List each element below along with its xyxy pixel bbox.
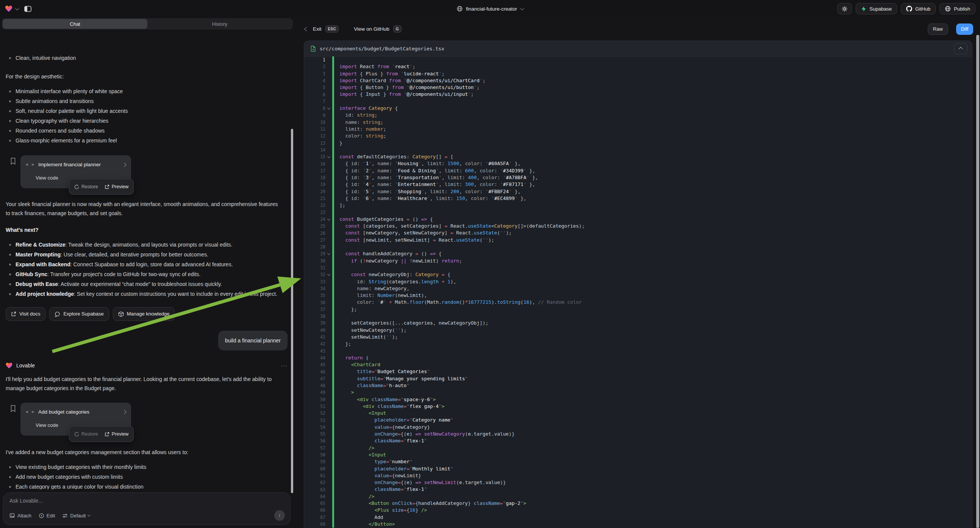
code-text: }; (334, 306, 357, 313)
send-button[interactable]: ↑ (274, 510, 285, 521)
preview-button[interactable]: Preview (105, 182, 129, 191)
code-line: 28 (304, 243, 972, 250)
code-line: 1 (304, 56, 972, 63)
line-number: 51 (304, 404, 332, 409)
globe-icon (457, 6, 463, 12)
list-item: Clean, intuitive navigation (6, 53, 288, 63)
added-bullet: View existing budget categories with the… (6, 462, 288, 472)
whats-next-item: Master Prompting: Use clear, detailed, a… (6, 250, 288, 259)
restore-button[interactable]: Restore (74, 429, 98, 439)
code-line: 39 setCategories([...categories, newCate… (304, 320, 972, 326)
supabase-button[interactable]: Supabase (856, 3, 897, 14)
code-text: onChange={(e) => setNewCategory(e.target… (334, 431, 515, 437)
attach-image-icon (10, 513, 15, 518)
project-chevron-down-icon (520, 6, 524, 10)
code-line: 23 (304, 209, 972, 216)
manage-knowledge-button[interactable]: Manage knowledge (113, 307, 175, 321)
page-scrollbar[interactable] (976, 35, 979, 528)
message-more-menu[interactable]: ··· (281, 364, 288, 367)
code-text: { id: '1', name: 'Housing', limit: 1500,… (334, 160, 520, 167)
fold-toggle-icon[interactable] (326, 155, 331, 159)
code-text: const defaultCategories: Category[] = [ (334, 153, 453, 160)
version-card-implement-financial-planner[interactable]: < > Implement financial planner View cod… (21, 155, 131, 188)
code-line: 45 <ChartCard (304, 361, 972, 368)
bookmark-icon[interactable] (10, 405, 16, 436)
whats-next-item: Expand with Backend: Connect Supabase to… (6, 259, 288, 269)
restore-icon (74, 432, 79, 437)
edit-mode-button[interactable]: Edit (39, 513, 55, 518)
line-number: 53 (304, 418, 332, 423)
code-line: 55 onChange={(e) => setNewCategory(e.tar… (304, 431, 972, 437)
code-text (334, 209, 342, 216)
file-header[interactable]: src/components/budget/BudgetCategories.t… (304, 41, 972, 56)
fold-toggle-icon[interactable] (326, 273, 331, 277)
chat-input[interactable] (10, 498, 285, 504)
raw-toggle-button[interactable]: Raw (928, 24, 948, 35)
code-line: 35 limit: Number(newLimit), (304, 292, 972, 299)
code-text: import { Button } from '@/components/ui/… (334, 84, 480, 91)
code-text: setNewCategory(''); (334, 327, 406, 334)
exit-button[interactable]: Exit ESC (313, 25, 339, 33)
preview-label: Preview (112, 429, 129, 439)
design-bullet: Minimalist interface with plenty of whit… (6, 86, 288, 96)
view-code-link[interactable]: View code (36, 421, 58, 430)
code-line: 15const defaultCategories: Category[] = … (304, 153, 972, 160)
collapse-file-button[interactable] (954, 43, 967, 54)
view-on-github-button[interactable]: View on GitHub G (354, 25, 401, 33)
line-number: 62 (304, 480, 332, 485)
sidebar-toggle-button[interactable] (24, 6, 32, 12)
code-line: 46 title="Budget Categories" (304, 368, 972, 375)
tab-history[interactable]: History (147, 19, 292, 29)
code-line: 52 <Input (304, 410, 972, 417)
line-number: 48 (304, 383, 332, 388)
lovable-logo-icon[interactable] (5, 6, 12, 12)
line-number: 12 (304, 133, 332, 138)
file-path: src/components/budget/BudgetCategories.t… (320, 46, 950, 51)
project-selector[interactable]: financial-future-creator (457, 6, 523, 12)
supabase-bolt-icon (861, 6, 866, 12)
code-text: return ( (334, 355, 369, 361)
logo-chevron-down-icon[interactable] (15, 6, 19, 10)
diff-toggle-button[interactable]: Diff (956, 24, 973, 35)
restore-button[interactable]: Restore (74, 182, 98, 191)
edit-label: Edit (46, 513, 55, 518)
code-text (334, 243, 342, 250)
code-line: 54 value={newCategory} (304, 424, 972, 431)
code-line: 47 subtitle="Manage your spending limits… (304, 375, 972, 382)
code-text: } (334, 140, 342, 146)
line-number: 63 (304, 487, 332, 492)
fold-toggle-icon[interactable] (326, 107, 331, 110)
visit-docs-button[interactable]: Visit docs (6, 307, 45, 321)
code-text: value={newCategory} (334, 424, 430, 431)
settings-button[interactable] (837, 3, 852, 14)
code-text: /> (334, 445, 374, 452)
code-line: 62 onChange={(e) => setNewLimit(e.target… (304, 479, 972, 486)
version-card-add-budget-categories[interactable]: < > Add budget categories View code Rest… (21, 402, 131, 436)
view-code-link[interactable]: View code (36, 173, 58, 183)
explore-supabase-button[interactable]: Explore Supabase (49, 307, 109, 321)
tab-chat[interactable]: Chat (3, 19, 147, 29)
code-text: <Input (334, 452, 386, 458)
publish-button[interactable]: Publish (939, 3, 975, 14)
github-button[interactable]: GitHub (901, 3, 935, 14)
code-line: 60 placeholder="Monthly limit" (304, 466, 972, 472)
model-selector[interactable]: Default (62, 513, 90, 518)
restore-preview-pill: Restore Preview (69, 179, 134, 195)
fold-toggle-icon[interactable] (326, 252, 331, 256)
line-number: 29 (304, 251, 332, 256)
bookmark-icon[interactable] (10, 157, 16, 188)
code-line: 21 { id: '6', name: 'Healthcare', limit:… (304, 195, 972, 202)
chat-scrollbar[interactable] (291, 129, 293, 493)
line-number: 55 (304, 431, 332, 437)
code-line: 30 if (!newCategory || !newLimit) return… (304, 258, 972, 264)
line-number: 52 (304, 410, 332, 416)
line-number: 54 (304, 425, 332, 430)
attach-button[interactable]: Attach (10, 513, 32, 518)
code-text: </Button> (334, 521, 395, 528)
fold-toggle-icon[interactable] (326, 218, 331, 221)
whats-next-item: Refine & Customize: Tweak the design, an… (6, 240, 288, 250)
external-link-icon (105, 432, 110, 437)
line-number: 66 (304, 507, 332, 513)
preview-button[interactable]: Preview (105, 429, 129, 439)
code-line: 68 </Button> (304, 521, 972, 528)
